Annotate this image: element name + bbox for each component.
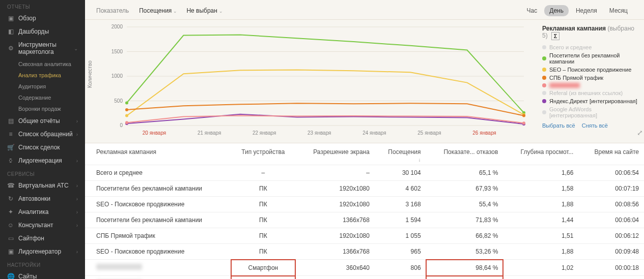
- sidebar-sub-sales-funnels[interactable]: Воронки продаж: [0, 103, 85, 114]
- chevron-right-icon: ›: [76, 132, 78, 137]
- expand-icon[interactable]: ⤢: [637, 129, 643, 137]
- th-bounce[interactable]: Показате... отказов: [426, 143, 503, 165]
- sidebar-item-analytics[interactable]: ✦Аналитика›: [0, 205, 85, 219]
- sidebar-item-consultant[interactable]: ☺Консультант›: [0, 219, 85, 232]
- th-campaign[interactable]: Рекламная кампания: [85, 143, 231, 165]
- table-row[interactable]: Посетители без рекламной кампанииПК1920x…: [85, 181, 644, 197]
- th-depth[interactable]: Глубина просмот...: [503, 143, 578, 165]
- legend-item-spb[interactable]: СПБ Прямой трафик: [542, 74, 640, 82]
- svg-text:2000: 2000: [111, 24, 123, 29]
- svg-text:0: 0: [120, 122, 123, 128]
- legend-item-blurred[interactable]: [542, 82, 640, 89]
- cell-depth: 1,66: [503, 165, 578, 181]
- cell-time: 00:06:54: [578, 165, 644, 181]
- legend-item-yandex[interactable]: Яндекс.Директ [интегрированная]: [542, 97, 640, 105]
- cell-resolution: 360x640: [295, 260, 375, 276]
- th-resolution[interactable]: Разрешение экрана: [295, 143, 375, 165]
- sidebar-item-marketing-tools[interactable]: ⚙Инструменты маркетолога⌄: [0, 38, 85, 58]
- cell-campaign: Всего и среднее: [85, 165, 231, 181]
- svg-point-26: [522, 121, 525, 125]
- leadgen-icon: ▣: [7, 248, 14, 255]
- table-row[interactable]: Смартфон360x64080698,64 %1,0200:00:18: [85, 260, 644, 276]
- sidebar-group-settings: НАСТРОЙКИ: [0, 258, 85, 270]
- table-row[interactable]: СПБ Прямой трафикПК1920x10801 05566,82 %…: [85, 228, 644, 244]
- cell-bounce: 55,4 %: [426, 197, 503, 212]
- sidebar-item-lead-gen[interactable]: ⧲Лидогенерация›: [0, 154, 85, 167]
- chevron-right-icon: ›: [76, 118, 78, 124]
- cell-visits: 4 602: [375, 181, 426, 197]
- svg-point-17: [125, 101, 128, 104]
- th-time[interactable]: Время на сайте: [578, 143, 644, 165]
- cell-visits: 806: [375, 260, 426, 276]
- svg-text:1500: 1500: [111, 49, 123, 54]
- table-row[interactable]: SEO - Поисковое продвижениеПК1366x768965…: [85, 244, 644, 260]
- legend-item-seo[interactable]: SEO – Поисковое продвижение: [542, 66, 640, 74]
- cell-depth: 1,00: [503, 276, 578, 280]
- second-metric-select[interactable]: Не выбран⌄: [186, 7, 223, 14]
- sidebar-item-lead-generator[interactable]: ▣Лидогенератор›: [0, 245, 85, 258]
- svg-text:26 января: 26 января: [472, 130, 496, 136]
- consultant-icon: ☺: [7, 222, 14, 229]
- sidebar-group-reports: ОТЧЕТЫ: [0, 0, 85, 12]
- cell-bounce: 67,93 %: [426, 181, 503, 197]
- chevron-down-icon: ⌄: [74, 46, 78, 51]
- svg-text:21 января: 21 января: [198, 130, 221, 136]
- report-icon: ▤: [7, 117, 14, 125]
- analytics-icon: ✦: [7, 208, 14, 215]
- cell-campaign: [85, 260, 231, 276]
- sidebar-item-sitephone[interactable]: ▭Сайтфон: [0, 232, 85, 245]
- th-device[interactable]: Тип устройства: [231, 143, 295, 165]
- cell-resolution: 1920x1080: [295, 228, 375, 244]
- sidebar-item-sites[interactable]: 🌐Сайты: [0, 270, 85, 279]
- legend-title: Рекламная кампания (выбрано 5) Σ: [542, 25, 640, 40]
- chevron-right-icon: ›: [76, 249, 78, 255]
- svg-point-25: [125, 121, 128, 124]
- cell-time: 00:07:19: [578, 181, 644, 197]
- phone-icon: ☎: [7, 182, 14, 189]
- table-row[interactable]: Посетители без рекламной кампанииПК1366x…: [85, 212, 644, 228]
- period-day[interactable]: День: [544, 5, 569, 16]
- sidebar-item-virtual-pbx[interactable]: ☎Виртуальная АТС›: [0, 179, 85, 192]
- sidebar-item-autocalls[interactable]: ↻Автозвонки›: [0, 192, 85, 205]
- deselect-all-link[interactable]: Снять всё: [582, 122, 608, 129]
- chart-row: Количество 050010001500200020 января21 я…: [85, 20, 644, 143]
- cell-campaign: [85, 276, 231, 280]
- period-hour[interactable]: Час: [522, 5, 543, 16]
- th-visits[interactable]: Посещения↓: [375, 143, 426, 165]
- table-row[interactable]: Смартфон360x740738100 %1,0000:00:06: [85, 276, 644, 280]
- cell-visits: 30 104: [375, 165, 426, 181]
- metric-select[interactable]: Посещения⌄: [139, 7, 177, 14]
- top-controls: Показатель Посещения⌄ Не выбран⌄ Час Ден…: [85, 0, 644, 20]
- sidebar: ОТЧЕТЫ ▣Обзор ◧Дашборды ⚙Инструменты мар…: [0, 0, 85, 279]
- sidebar-item-deals-list[interactable]: 🛒Список сделок: [0, 141, 85, 154]
- cell-campaign: SEO - Поисковое продвижение: [85, 197, 231, 212]
- sidebar-item-overview[interactable]: ▣Обзор: [0, 12, 85, 25]
- chart-area: Количество 050010001500200020 января21 я…: [85, 22, 542, 139]
- cell-visits: 1 594: [375, 212, 426, 228]
- cell-resolution: 1920x1080: [295, 197, 375, 212]
- legend-item-referal[interactable]: Referal (из внешних ссылок): [542, 89, 640, 97]
- sidebar-sub-cross-analytics[interactable]: Сквозная аналитика: [0, 58, 85, 70]
- legend-item-total[interactable]: Всего и среднее: [542, 43, 640, 51]
- sidebar-item-requests-list[interactable]: ≡Список обращений›: [0, 128, 85, 141]
- sigma-button[interactable]: Σ: [551, 32, 559, 40]
- select-all-link[interactable]: Выбрать всё: [542, 122, 575, 129]
- legend-item-google[interactable]: Google AdWords [интегрированная]: [542, 105, 640, 119]
- cell-time: 00:08:56: [578, 197, 644, 212]
- sidebar-sub-traffic-analysis[interactable]: Анализ трафика: [0, 70, 85, 81]
- period-month[interactable]: Месяц: [604, 5, 633, 16]
- chevron-right-icon: ›: [76, 183, 78, 189]
- sidebar-sub-content[interactable]: Содержание: [0, 92, 85, 103]
- table-row[interactable]: Всего и среднее––30 10465,1 %1,6600:06:5…: [85, 165, 644, 181]
- legend-item-no-campaign[interactable]: Посетители без рекламной кампании: [542, 51, 640, 66]
- sidebar-item-general-reports[interactable]: ▤Общие отчёты›: [0, 114, 85, 128]
- chevron-right-icon: ›: [76, 158, 78, 164]
- sidebar-item-dashboards[interactable]: ◧Дашборды: [0, 25, 85, 38]
- period-week[interactable]: Неделя: [571, 5, 602, 16]
- tools-icon: ⚙: [7, 45, 14, 52]
- svg-text:23 января: 23 января: [307, 130, 331, 136]
- cell-resolution: 360x740: [295, 276, 375, 280]
- cell-device: –: [231, 165, 295, 181]
- table-row[interactable]: SEO - Поисковое продвижениеПК1920x10803 …: [85, 197, 644, 212]
- sidebar-sub-audience[interactable]: Аудитория: [0, 81, 85, 92]
